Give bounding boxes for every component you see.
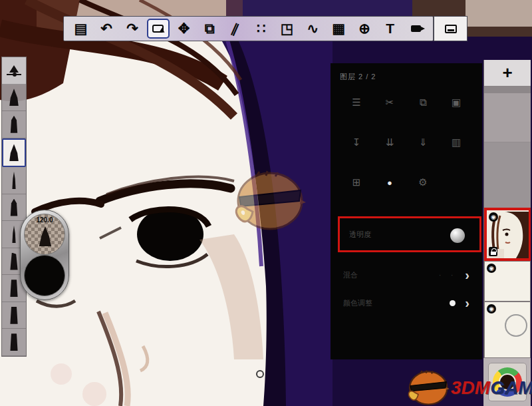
brush-tip-icon — [9, 172, 19, 189]
opacity-slider-row-highlighted[interactable]: 透明度 — [338, 216, 481, 252]
layer-lock-icon[interactable] — [489, 247, 497, 256]
brush-palette — [1, 57, 27, 357]
perspective-guides-icon[interactable]: ⊕ — [353, 19, 376, 39]
symmetry-glyph: ∷ — [257, 21, 265, 37]
fill-color-icon[interactable]: ● — [373, 170, 406, 195]
watermark-3dmgame: 3DMGAME — [404, 370, 532, 406]
layer-item[interactable]: ◉ — [484, 261, 531, 302]
top-toolbar: ▤ ↶ ↷ ✥ ⧉ ∥ ∷ ◳ ∿ ▦ ⊕ T — [63, 16, 434, 41]
layer-menu-grid: ☰ ✂ ⧉ ▣ ↧ ⇊ ⇓ ▥ ⊞ ● ⚙ — [331, 82, 482, 195]
delete-layer-icon[interactable]: ▥ — [440, 130, 473, 155]
brush-item-pencil[interactable] — [2, 194, 26, 222]
background-layer-item[interactable]: ◉ — [484, 302, 531, 358]
plus-icon: + — [502, 63, 512, 83]
app-window: ▤ ↶ ↷ ✥ ⧉ ∥ ∷ ◳ ∿ ▦ ⊕ T 120.0 — [0, 0, 532, 406]
brush-color-puck[interactable]: 120.0 — [20, 210, 69, 300]
move-glyph: ✥ — [178, 21, 190, 37]
brush-tip-icon — [7, 116, 21, 133]
background-circle-mark — [505, 314, 527, 337]
globe-glyph: ⊕ — [358, 21, 370, 37]
select-content-icon[interactable]: ☰ — [340, 90, 373, 115]
layers-panel-divider — [484, 87, 531, 93]
cut-icon[interactable]: ✂ — [373, 90, 406, 115]
selection-glyph — [152, 25, 164, 33]
undo-glyph: ↶ — [100, 21, 112, 37]
window-icon — [445, 25, 457, 33]
color-adjust-dot — [450, 300, 456, 306]
fill-lasso-icon[interactable]: ◳ — [276, 19, 299, 39]
curve-glyph: ∿ — [307, 21, 319, 37]
transform-move-icon[interactable]: ✥ — [173, 19, 196, 39]
brush-size-slider-icon — [7, 74, 21, 75]
brush-item-marker-wide[interactable] — [2, 329, 26, 356]
text-glyph: T — [386, 21, 394, 37]
import-to-layer-icon[interactable]: ↧ — [340, 130, 373, 155]
blend-mode-row[interactable]: 混合 · · › — [338, 262, 475, 288]
brush-tip-icon — [7, 89, 21, 106]
redo-glyph: ↷ — [126, 21, 138, 37]
brush-item-felt-pen[interactable] — [2, 111, 26, 138]
duplicate-layer-icon[interactable]: ⊞ — [340, 170, 373, 195]
blend-mode-label: 混合 — [343, 270, 358, 280]
redo-icon[interactable]: ↷ — [121, 19, 144, 39]
brush-item-marker-broad[interactable] — [2, 302, 26, 329]
brush-tip-icon — [7, 199, 21, 216]
brush-settings-button[interactable] — [2, 57, 26, 85]
layer-visibility-eye-icon[interactable]: ◉ — [487, 264, 496, 273]
brush-settings-icon — [9, 65, 19, 73]
menu-icon[interactable]: ▤ — [69, 19, 92, 39]
brush-tip-icon — [7, 144, 21, 161]
brush-strokes-icon[interactable]: ∥ — [224, 19, 247, 39]
chevron-right-icon: › — [465, 296, 469, 311]
layer-item-selected[interactable]: ◉ — [484, 208, 531, 261]
brush-size-puck[interactable]: 120.0 — [24, 214, 65, 255]
layer-menu-title: 图层 2 / 2 — [331, 63, 482, 82]
blend-mode-hint: · · — [439, 272, 457, 279]
camera-icon[interactable] — [405, 19, 428, 39]
brush-tip-icon — [7, 253, 21, 270]
color-adjust-label: 颜色调整 — [343, 298, 372, 308]
layer-slot-empty[interactable] — [484, 142, 531, 208]
layer-slot-empty[interactable] — [484, 93, 531, 142]
fill-glyph: ◳ — [281, 21, 294, 37]
symmetry-icon[interactable]: ∷ — [250, 19, 273, 39]
text-tool-icon[interactable]: T — [379, 19, 402, 39]
current-color-swatch[interactable] — [24, 255, 65, 296]
brush-item-selected[interactable] — [2, 138, 26, 168]
menu-glyph: ▤ — [74, 21, 87, 37]
add-layer-button[interactable]: + — [484, 60, 531, 87]
chevron-right-icon: › — [465, 268, 469, 283]
curve-stroke-icon[interactable]: ∿ — [301, 19, 324, 39]
brush-tip-icon — [9, 226, 19, 243]
merge-down-icon[interactable]: ⇊ — [373, 130, 406, 155]
camera-glyph — [411, 25, 421, 32]
import-image-icon[interactable]: ▦ — [327, 19, 350, 39]
fullscreen-window-button[interactable] — [434, 16, 467, 41]
layer-visibility-eye-icon[interactable]: ◉ — [489, 212, 498, 222]
brush-tip-icon — [7, 307, 21, 324]
brush-preview-icon — [37, 226, 53, 246]
brush-size-readout: 120.0 — [25, 216, 65, 224]
undo-icon[interactable]: ↶ — [95, 19, 118, 39]
opacity-label: 透明度 — [349, 230, 371, 240]
brush-item-airbrush[interactable] — [2, 85, 26, 112]
layers-icon[interactable]: ⧉ — [198, 19, 221, 39]
brush-item-ink-pen[interactable] — [2, 167, 26, 194]
paste-icon[interactable]: ▣ — [440, 90, 473, 115]
selection-tool-icon[interactable] — [147, 19, 170, 39]
opacity-slider-knob[interactable] — [450, 228, 465, 243]
watermark-text-3dm: 3DM — [451, 379, 490, 397]
layer-settings-icon[interactable]: ⚙ — [406, 170, 440, 195]
watermark-text-game: GAME — [490, 379, 532, 397]
layers-glyph: ⧉ — [205, 21, 215, 37]
brush-cursor-ring — [256, 370, 264, 378]
brush-tip-icon — [7, 280, 21, 297]
layer-visibility-eye-icon[interactable]: ◉ — [487, 304, 496, 313]
layers-panel: + ◉ ◉ ◉ — [483, 60, 531, 406]
copy-icon[interactable]: ⧉ — [406, 90, 440, 115]
color-adjust-row[interactable]: 颜色调整 › — [338, 290, 475, 316]
watermark-mascot-icon — [404, 370, 451, 406]
brush-tip-icon — [7, 333, 21, 351]
merge-all-icon[interactable]: ⇓ — [406, 130, 440, 155]
layer-options-menu: 图层 2 / 2 ☰ ✂ ⧉ ▣ ↧ ⇊ ⇓ ▥ ⊞ ● ⚙ 透明度 混合 · … — [331, 63, 482, 359]
